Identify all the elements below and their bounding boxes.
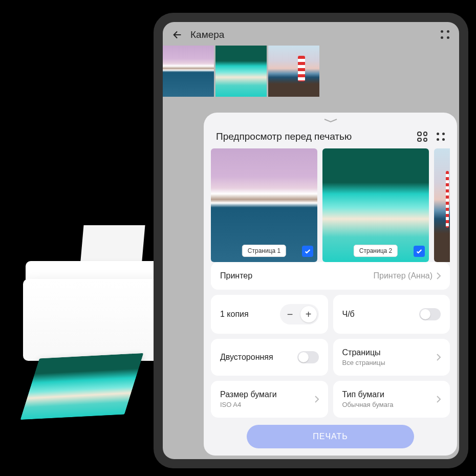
preview-row: Страница 1 Страница 2 — [211, 148, 450, 262]
paper-type-label: Тип бумаги — [342, 390, 394, 399]
increment-button[interactable]: + — [300, 306, 317, 322]
thumbnail-island[interactable] — [215, 46, 267, 97]
panel-header: Предпросмотр перед печатью — [211, 128, 450, 148]
duplex-toggle[interactable] — [297, 351, 319, 363]
decrement-button[interactable]: − — [282, 306, 298, 322]
copies-setting: 1 копия − + — [211, 295, 328, 334]
copies-label: 1 копия — [220, 310, 249, 319]
copies-stepper: − + — [280, 304, 319, 324]
page-label: Страница 2 — [354, 245, 398, 257]
paper-size-value: ISO A4 — [220, 401, 277, 408]
chevron-right-icon — [437, 354, 441, 361]
selected-check-icon[interactable] — [302, 246, 313, 257]
bw-label: Ч/б — [342, 310, 355, 319]
panel-title: Предпросмотр перед печатью — [216, 131, 352, 142]
panel-more-icon[interactable] — [437, 133, 445, 141]
more-dots-icon[interactable] — [441, 30, 450, 39]
duplex-setting: Двусторонняя — [211, 339, 328, 376]
paper-type-value: Обычная бумага — [342, 401, 394, 408]
duplex-label: Двусторонняя — [220, 353, 273, 362]
bw-toggle[interactable] — [419, 308, 441, 320]
chevron-right-icon — [315, 396, 319, 403]
bw-setting: Ч/б — [333, 295, 450, 334]
page-title: Камера — [190, 29, 224, 40]
print-preview-panel: Предпросмотр перед печатью Страница 1 Ст… — [204, 113, 457, 456]
thumbnail-mountain[interactable] — [163, 46, 214, 97]
printer-label: Принтер — [220, 271, 252, 280]
panel-handle-icon[interactable] — [321, 118, 340, 123]
thumbnail-strip — [163, 46, 459, 97]
preview-page-1[interactable]: Страница 1 — [211, 148, 317, 262]
chevron-right-icon — [437, 272, 441, 279]
preview-page-3[interactable] — [434, 148, 450, 262]
printer-setting[interactable]: Принтер Принтер (Анна) — [211, 262, 450, 290]
printer-paper-in — [80, 225, 145, 266]
grid-view-icon[interactable] — [417, 132, 427, 142]
paper-size-label: Размер бумаги — [220, 390, 277, 399]
paper-size-setting[interactable]: Размер бумаги ISO A4 — [211, 381, 328, 418]
thumbnail-lighthouse[interactable] — [268, 46, 319, 97]
print-button[interactable]: ПЕЧАТЬ — [247, 425, 414, 448]
printer-value: Принтер (Анна) — [374, 271, 432, 280]
paper-type-setting[interactable]: Тип бумаги Обычная бумага — [333, 381, 450, 418]
printer-output-photo — [20, 353, 144, 420]
back-arrow-icon[interactable] — [172, 29, 183, 40]
page-label: Страница 1 — [242, 245, 286, 257]
preview-page-2[interactable]: Страница 2 — [322, 148, 429, 262]
pages-value: Все страницы — [342, 359, 385, 366]
pages-setting[interactable]: Страницы Все страницы — [333, 339, 450, 376]
pages-label: Страницы — [342, 348, 385, 357]
selected-check-icon[interactable] — [414, 246, 425, 257]
top-bar: Камера — [163, 22, 459, 46]
chevron-right-icon — [437, 396, 441, 403]
